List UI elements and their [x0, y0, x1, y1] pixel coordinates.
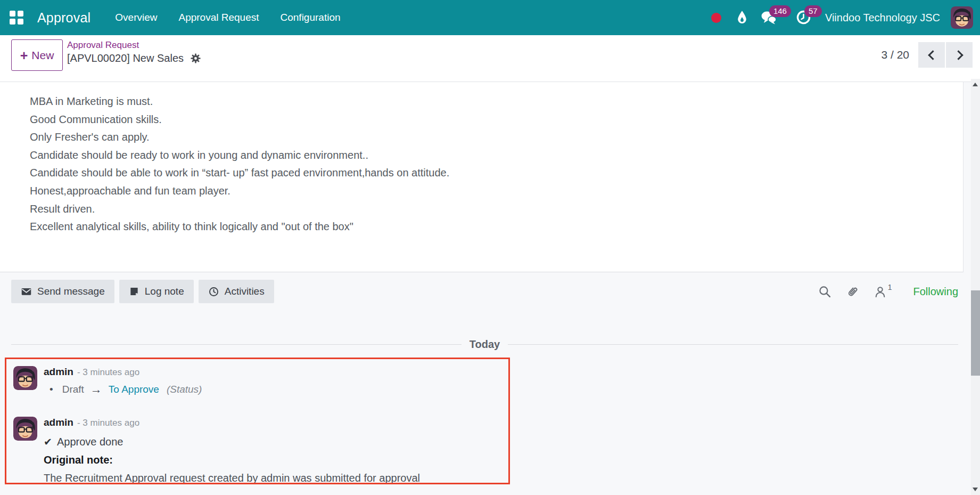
user-company-name[interactable]: Viindoo Technology JSC [825, 12, 940, 24]
scroll-down-arrow[interactable] [973, 488, 978, 491]
gear-icon[interactable] [190, 52, 202, 64]
activities-label: Activities [225, 286, 265, 297]
plus-icon: + [20, 50, 28, 61]
message-timestamp: - 3 minutes ago [77, 418, 139, 428]
form-sheet: MBA in Marketing is must. Good Communica… [0, 82, 963, 272]
description-line: Result driven. [30, 200, 942, 218]
vertical-scrollbar[interactable] [971, 79, 980, 495]
person-icon [874, 285, 887, 298]
message-author-avatar[interactable] [13, 366, 37, 390]
message-tracking: admin - 3 minutes ago • Draft → To Appro… [13, 366, 202, 396]
new-button-label: New [31, 49, 54, 62]
message-author[interactable]: admin [44, 366, 73, 378]
pager-previous-button[interactable] [918, 42, 945, 68]
menu-approval-request[interactable]: Approval Request [178, 9, 259, 27]
app-name[interactable]: Approval [37, 10, 90, 26]
description-line: Candidate should be ready to work in you… [30, 147, 942, 165]
message-author[interactable]: admin [44, 417, 73, 428]
bullet-icon: • [50, 384, 53, 395]
tracking-old-value: Draft [62, 384, 84, 395]
description-line: Excellent analytical skills, ability to … [30, 218, 942, 236]
messages-count-badge: 146 [769, 5, 791, 17]
breadcrumb: Approval Request [APVL00020] New Sales [67, 40, 202, 64]
scroll-up-arrow[interactable] [973, 83, 978, 86]
note-body: The Recruitment Approval request created… [44, 471, 420, 485]
breadcrumb-current: [APVL00020] New Sales [67, 52, 184, 64]
recording-indicator-icon[interactable] [711, 13, 721, 23]
following-toggle[interactable]: Following [913, 286, 958, 298]
pager-next-button[interactable] [946, 42, 973, 68]
date-divider: Today [11, 338, 958, 351]
original-note-label: Original note: [44, 453, 420, 467]
approval-app-screen: Approval Overview Approval Request Confi… [0, 0, 980, 495]
description-line: MBA in Marketing is must. [30, 93, 942, 111]
control-panel: + New Approval Request [APVL00020] New S… [0, 35, 980, 82]
attachment-paperclip-icon[interactable] [846, 285, 859, 298]
activities-systray-button[interactable]: 57 [796, 10, 811, 26]
note-icon [129, 286, 139, 297]
apps-grid-icon[interactable] [10, 11, 23, 25]
follower-count: 1 [888, 283, 892, 291]
top-nav-bar: Approval Overview Approval Request Confi… [0, 0, 980, 35]
note-title: Approve done [57, 436, 123, 448]
chatter-tools: 1 Following [818, 280, 958, 303]
clock-icon [208, 286, 219, 297]
followers-button[interactable]: 1 [874, 285, 892, 298]
search-messages-icon[interactable] [818, 285, 831, 298]
send-message-label: Send message [37, 286, 105, 297]
log-note-label: Log note [145, 286, 184, 297]
activities-count-badge: 57 [804, 5, 822, 17]
arrow-right-icon: → [90, 384, 102, 395]
description-line: Only Fresher's can apply. [30, 128, 942, 147]
description-line: Candidate should be able to work in “sta… [30, 164, 942, 182]
main-menu: Overview Approval Request Configuration [115, 9, 340, 27]
pager-value[interactable]: 3 / 20 [881, 48, 909, 61]
menu-configuration[interactable]: Configuration [281, 9, 341, 27]
user-avatar[interactable] [951, 6, 973, 29]
new-button[interactable]: + New [11, 39, 63, 71]
description-line: Honest,approachable and fun team player. [30, 182, 942, 200]
message-note: admin - 3 minutes ago ✔ Approve done Ori… [13, 417, 420, 485]
tracking-new-value: To Approve [109, 384, 159, 395]
water-drop-icon[interactable] [736, 10, 748, 25]
messages-systray-button[interactable]: 146 [761, 10, 777, 25]
record-pager: 3 / 20 [881, 42, 973, 68]
log-note-button[interactable]: Log note [119, 280, 194, 303]
chatter-toolbar: Send message Log note Activities [11, 280, 279, 303]
chevron-right-icon [953, 50, 963, 60]
breadcrumb-parent-link[interactable]: Approval Request [67, 40, 139, 51]
send-message-button[interactable]: Send message [11, 280, 114, 303]
tracking-field-name: (Status) [167, 384, 202, 395]
chevron-left-icon [928, 50, 937, 60]
systray: 146 57 Viindoo Technology JSC [711, 6, 980, 29]
description-line: Good Communication skills. [30, 111, 942, 129]
scrollbar-thumb[interactable] [971, 290, 980, 376]
date-divider-label: Today [462, 338, 508, 351]
envelope-icon [21, 286, 32, 297]
menu-overview[interactable]: Overview [115, 9, 157, 27]
message-author-avatar[interactable] [13, 417, 37, 441]
activities-button[interactable]: Activities [199, 280, 274, 303]
check-icon: ✔ [44, 436, 52, 448]
message-timestamp: - 3 minutes ago [77, 367, 139, 378]
